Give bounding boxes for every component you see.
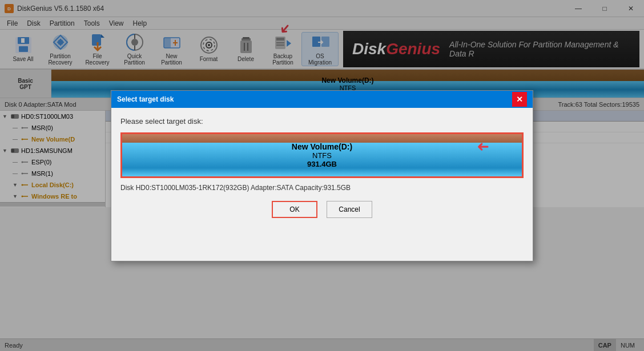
dialog-content: Please select target disk: New Volume(D:… (111, 108, 533, 227)
dialog-ok-button[interactable]: OK (272, 201, 317, 218)
disk-select-item[interactable]: New Volume(D:) NTFS 931.4GB (120, 132, 524, 178)
dialog-vol-size: 931.4GB (307, 160, 337, 168)
dialog-close-button[interactable]: ✕ (512, 92, 527, 107)
dialog-overlay: Select target disk ✕ Please select targe… (0, 0, 644, 351)
dialog-buttons: OK Cancel (120, 201, 524, 218)
dialog-vol-fs: NTFS (312, 151, 332, 160)
select-target-disk-dialog: Select target disk ✕ Please select targe… (111, 90, 533, 261)
dialog-prompt: Please select target disk: (120, 117, 524, 126)
disk-item-wrapper: New Volume(D:) NTFS 931.4GB ➜ (120, 132, 524, 178)
dialog-title: Select target disk (117, 95, 174, 103)
disk-info-text: Disk HD0:ST1000LM035-1RK172(932GB) Adapt… (120, 184, 524, 192)
dialog-titlebar: Select target disk ✕ (111, 91, 533, 108)
dialog-vol-name: New Volume(D:) (292, 142, 352, 151)
dialog-cancel-button[interactable]: Cancel (327, 201, 372, 218)
